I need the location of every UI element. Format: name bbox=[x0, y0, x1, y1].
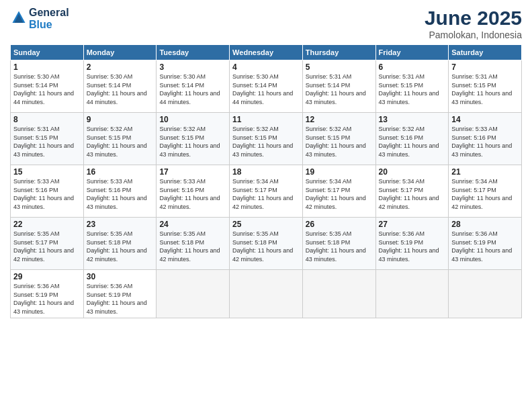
table-row: 21 Sunrise: 5:34 AM Sunset: 5:17 PM Dayl… bbox=[449, 165, 522, 218]
table-row: 26 Sunrise: 5:35 AM Sunset: 5:18 PM Dayl… bbox=[302, 218, 375, 270]
day-info: Sunrise: 5:31 AM Sunset: 5:15 PM Dayligh… bbox=[451, 73, 519, 106]
title-section: June 2025 Pamolokan, Indonesia bbox=[425, 7, 522, 40]
header-saturday: Saturday bbox=[449, 45, 522, 60]
day-info: Sunrise: 5:34 AM Sunset: 5:17 PM Dayligh… bbox=[451, 177, 519, 211]
day-number: 8 bbox=[13, 115, 81, 124]
table-row: 3 Sunrise: 5:30 AM Sunset: 5:14 PM Dayli… bbox=[157, 60, 230, 113]
table-row: 15 Sunrise: 5:33 AM Sunset: 5:16 PM Dayl… bbox=[11, 165, 84, 218]
day-number: 11 bbox=[232, 115, 300, 124]
day-number: 7 bbox=[451, 62, 519, 72]
header: General Blue June 2025 Pamolokan, Indone… bbox=[10, 7, 522, 40]
table-row: 28 Sunrise: 5:36 AM Sunset: 5:19 PM Dayl… bbox=[449, 218, 522, 270]
day-info: Sunrise: 5:32 AM Sunset: 5:15 PM Dayligh… bbox=[87, 125, 154, 158]
day-info: Sunrise: 5:35 AM Sunset: 5:18 PM Dayligh… bbox=[232, 230, 300, 263]
table-row: 18 Sunrise: 5:34 AM Sunset: 5:17 PM Dayl… bbox=[230, 165, 303, 218]
header-tuesday: Tuesday bbox=[157, 45, 230, 60]
day-number: 15 bbox=[13, 167, 81, 177]
day-info: Sunrise: 5:33 AM Sunset: 5:16 PM Dayligh… bbox=[87, 177, 154, 211]
day-number: 5 bbox=[306, 62, 373, 72]
day-number: 16 bbox=[87, 167, 154, 177]
day-number: 6 bbox=[379, 62, 446, 72]
day-number: 12 bbox=[306, 115, 373, 124]
day-number: 9 bbox=[87, 115, 154, 124]
table-row: 11 Sunrise: 5:32 AM Sunset: 5:15 PM Dayl… bbox=[230, 113, 303, 165]
table-row bbox=[230, 270, 303, 318]
day-info: Sunrise: 5:31 AM Sunset: 5:15 PM Dayligh… bbox=[379, 73, 446, 106]
table-row: 22 Sunrise: 5:35 AM Sunset: 5:17 PM Dayl… bbox=[11, 218, 84, 270]
day-number: 18 bbox=[232, 167, 300, 177]
calendar-week-row-1: 1 Sunrise: 5:30 AM Sunset: 5:14 PM Dayli… bbox=[11, 60, 522, 113]
day-number: 20 bbox=[379, 167, 446, 177]
calendar-header-row: Sunday Monday Tuesday Wednesday Thursday… bbox=[11, 45, 522, 60]
table-row: 4 Sunrise: 5:30 AM Sunset: 5:14 PM Dayli… bbox=[230, 60, 303, 113]
table-row: 17 Sunrise: 5:33 AM Sunset: 5:16 PM Dayl… bbox=[157, 165, 230, 218]
day-number: 25 bbox=[232, 220, 300, 229]
table-row: 10 Sunrise: 5:32 AM Sunset: 5:15 PM Dayl… bbox=[157, 113, 230, 165]
day-info: Sunrise: 5:36 AM Sunset: 5:19 PM Dayligh… bbox=[379, 230, 446, 263]
table-row: 7 Sunrise: 5:31 AM Sunset: 5:15 PM Dayli… bbox=[449, 60, 522, 113]
table-row bbox=[302, 270, 375, 318]
day-info: Sunrise: 5:35 AM Sunset: 5:18 PM Dayligh… bbox=[306, 230, 373, 263]
table-row: 6 Sunrise: 5:31 AM Sunset: 5:15 PM Dayli… bbox=[375, 60, 449, 113]
logo-line1: General bbox=[29, 7, 69, 19]
header-monday: Monday bbox=[83, 45, 157, 60]
table-row bbox=[157, 270, 230, 318]
table-row: 16 Sunrise: 5:33 AM Sunset: 5:16 PM Dayl… bbox=[83, 165, 157, 218]
logo: General Blue bbox=[10, 7, 69, 30]
table-row: 8 Sunrise: 5:31 AM Sunset: 5:15 PM Dayli… bbox=[11, 113, 84, 165]
day-info: Sunrise: 5:36 AM Sunset: 5:19 PM Dayligh… bbox=[87, 282, 154, 316]
table-row: 14 Sunrise: 5:33 AM Sunset: 5:16 PM Dayl… bbox=[449, 113, 522, 165]
day-number: 23 bbox=[87, 220, 154, 229]
day-number: 17 bbox=[159, 167, 226, 177]
day-number: 10 bbox=[159, 115, 226, 124]
day-info: Sunrise: 5:35 AM Sunset: 5:18 PM Dayligh… bbox=[87, 230, 154, 263]
table-row: 24 Sunrise: 5:35 AM Sunset: 5:18 PM Dayl… bbox=[157, 218, 230, 270]
header-friday: Friday bbox=[375, 45, 449, 60]
location-title: Pamolokan, Indonesia bbox=[425, 30, 522, 40]
table-row: 5 Sunrise: 5:31 AM Sunset: 5:14 PM Dayli… bbox=[302, 60, 375, 113]
day-info: Sunrise: 5:30 AM Sunset: 5:14 PM Dayligh… bbox=[87, 73, 154, 106]
day-number: 1 bbox=[13, 62, 81, 72]
month-title: June 2025 bbox=[425, 7, 522, 30]
header-wednesday: Wednesday bbox=[230, 45, 303, 60]
table-row: 20 Sunrise: 5:34 AM Sunset: 5:17 PM Dayl… bbox=[375, 165, 449, 218]
day-number: 26 bbox=[306, 220, 373, 229]
day-info: Sunrise: 5:34 AM Sunset: 5:17 PM Dayligh… bbox=[306, 177, 373, 211]
table-row bbox=[449, 270, 522, 318]
day-info: Sunrise: 5:31 AM Sunset: 5:14 PM Dayligh… bbox=[306, 73, 373, 106]
calendar-table: Sunday Monday Tuesday Wednesday Thursday… bbox=[10, 44, 522, 318]
day-number: 28 bbox=[451, 220, 519, 229]
calendar-week-row-4: 22 Sunrise: 5:35 AM Sunset: 5:17 PM Dayl… bbox=[11, 218, 522, 270]
day-number: 19 bbox=[306, 167, 373, 177]
day-number: 27 bbox=[379, 220, 446, 229]
calendar-week-row-2: 8 Sunrise: 5:31 AM Sunset: 5:15 PM Dayli… bbox=[11, 113, 522, 165]
day-info: Sunrise: 5:33 AM Sunset: 5:16 PM Dayligh… bbox=[13, 177, 81, 211]
day-number: 14 bbox=[451, 115, 519, 124]
day-number: 13 bbox=[379, 115, 446, 124]
table-row: 2 Sunrise: 5:30 AM Sunset: 5:14 PM Dayli… bbox=[83, 60, 157, 113]
table-row: 13 Sunrise: 5:32 AM Sunset: 5:16 PM Dayl… bbox=[375, 113, 449, 165]
day-info: Sunrise: 5:32 AM Sunset: 5:16 PM Dayligh… bbox=[379, 125, 446, 158]
day-info: Sunrise: 5:30 AM Sunset: 5:14 PM Dayligh… bbox=[159, 73, 226, 106]
day-info: Sunrise: 5:32 AM Sunset: 5:15 PM Dayligh… bbox=[159, 125, 226, 158]
table-row: 19 Sunrise: 5:34 AM Sunset: 5:17 PM Dayl… bbox=[302, 165, 375, 218]
table-row: 12 Sunrise: 5:32 AM Sunset: 5:15 PM Dayl… bbox=[302, 113, 375, 165]
table-row bbox=[375, 270, 449, 318]
day-info: Sunrise: 5:36 AM Sunset: 5:19 PM Dayligh… bbox=[13, 282, 81, 316]
page-container: General Blue June 2025 Pamolokan, Indone… bbox=[0, 0, 532, 325]
day-info: Sunrise: 5:32 AM Sunset: 5:15 PM Dayligh… bbox=[306, 125, 373, 158]
table-row: 25 Sunrise: 5:35 AM Sunset: 5:18 PM Dayl… bbox=[230, 218, 303, 270]
day-number: 2 bbox=[87, 62, 154, 72]
day-number: 3 bbox=[159, 62, 226, 72]
day-number: 30 bbox=[87, 272, 154, 281]
day-info: Sunrise: 5:33 AM Sunset: 5:16 PM Dayligh… bbox=[451, 125, 519, 158]
day-info: Sunrise: 5:34 AM Sunset: 5:17 PM Dayligh… bbox=[232, 177, 300, 211]
table-row: 29 Sunrise: 5:36 AM Sunset: 5:19 PM Dayl… bbox=[11, 270, 84, 318]
calendar-week-row-3: 15 Sunrise: 5:33 AM Sunset: 5:16 PM Dayl… bbox=[11, 165, 522, 218]
calendar-week-row-5: 29 Sunrise: 5:36 AM Sunset: 5:19 PM Dayl… bbox=[11, 270, 522, 318]
day-info: Sunrise: 5:35 AM Sunset: 5:17 PM Dayligh… bbox=[13, 230, 81, 263]
day-number: 22 bbox=[13, 220, 81, 229]
day-info: Sunrise: 5:31 AM Sunset: 5:15 PM Dayligh… bbox=[13, 125, 81, 158]
header-thursday: Thursday bbox=[302, 45, 375, 60]
day-number: 4 bbox=[232, 62, 300, 72]
